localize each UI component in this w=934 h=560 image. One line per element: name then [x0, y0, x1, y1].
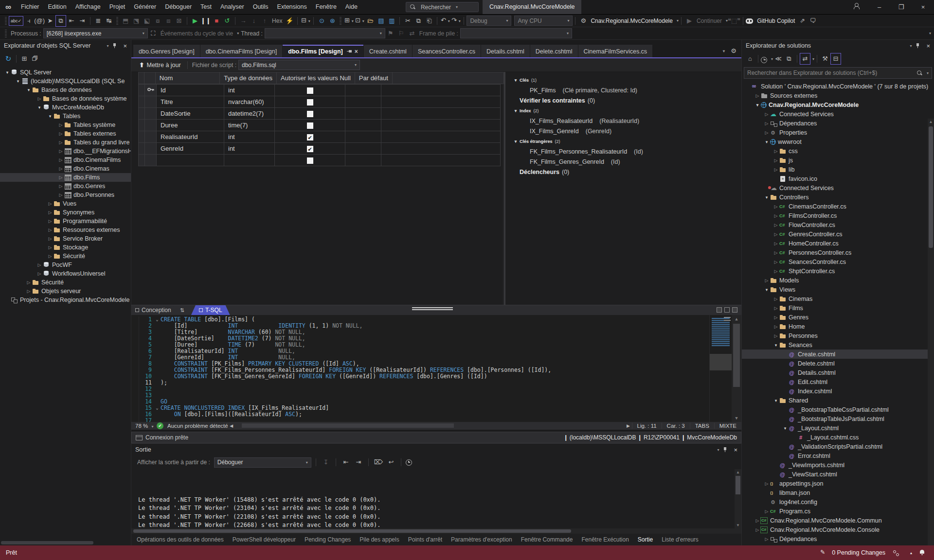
- expander-icon[interactable]: [772, 333, 779, 338]
- stop-button[interactable]: ■: [211, 16, 222, 26]
- expander-icon[interactable]: [772, 223, 779, 228]
- thread-select[interactable]: ▾: [265, 28, 385, 38]
- pin-icon[interactable]: [916, 43, 920, 49]
- user-name[interactable]: R12\ZP00041: [644, 434, 680, 441]
- keys-panel-row[interactable]: IX_Films_GenreId (GenreId): [512, 126, 741, 136]
- tree-item[interactable]: lib: [742, 165, 934, 174]
- tree-item[interactable]: SeancesController.cs: [742, 257, 934, 266]
- default-value-cell[interactable]: [345, 120, 381, 131]
- next-bookmark-button[interactable]: ⬕: [142, 16, 152, 26]
- sync-with-active-document-icon[interactable]: ⇄: [800, 53, 810, 65]
- intellitrace-forward-button[interactable]: ⊛: [327, 16, 338, 26]
- indent-button[interactable]: ⇥: [77, 16, 88, 26]
- allow-null-checkbox[interactable]: [307, 158, 313, 164]
- column-name-cell[interactable]: Titre: [157, 96, 224, 108]
- tree-item[interactable]: libman.json: [742, 488, 934, 497]
- tree-item[interactable]: _Layout.cshtml.css: [742, 433, 934, 442]
- tree-item[interactable]: SQL Server: [0, 68, 131, 77]
- clear-all-icon[interactable]: ⌦: [373, 457, 384, 468]
- editor-tab[interactable]: Delete.cshtml: [530, 45, 578, 57]
- tab-options-icon[interactable]: ⚙: [731, 48, 736, 54]
- copy-icon[interactable]: ⧉: [413, 16, 424, 26]
- bookmark-folder-button[interactable]: ⧇: [152, 16, 163, 26]
- tsql-code-editor[interactable]: 1 ⌄ CREATE TABLE [dbo].[Films] ( 2 [Id] …: [131, 315, 741, 422]
- panel-tab[interactable]: Pile des appels: [355, 534, 403, 545]
- stack-frame-select[interactable]: ▾: [460, 28, 572, 38]
- default-value-cell[interactable]: [345, 143, 381, 155]
- default-value-cell[interactable]: [345, 131, 381, 143]
- tree-item[interactable]: _BootstrapTableCssPartial.cshtml: [742, 405, 934, 414]
- zoom-select[interactable]: 78 % ▾: [131, 423, 157, 429]
- expander-icon[interactable]: [763, 121, 770, 126]
- tree-item[interactable]: Synonymes: [0, 208, 131, 217]
- tree-item[interactable]: Cnav.Regional.MvcCoreModele: [742, 100, 934, 109]
- expander-icon[interactable]: [763, 481, 770, 486]
- expander-icon[interactable]: [772, 260, 779, 264]
- expander-icon[interactable]: [772, 232, 779, 237]
- tree-item[interactable]: Cinemas: [742, 294, 934, 303]
- tree-item[interactable]: Personnes: [742, 331, 934, 340]
- tree-item[interactable]: _ValidationScriptsPartial.cshtml: [742, 442, 934, 451]
- tree-item[interactable]: dbo.Personnes: [0, 191, 131, 199]
- prev-bookmark-button[interactable]: ⬔: [131, 16, 142, 26]
- bookmark-folder-next-button[interactable]: ⧈: [163, 16, 174, 26]
- code-horizontal-scrollbar[interactable]: [237, 422, 623, 430]
- menu-item[interactable]: Affichage: [71, 0, 105, 14]
- close-icon[interactable]: ×: [926, 42, 930, 50]
- expander-icon[interactable]: [36, 96, 43, 101]
- expander-icon[interactable]: [763, 112, 770, 117]
- tree-item[interactable]: Edit.cshtml: [742, 377, 934, 386]
- flame-button[interactable]: ⚡: [284, 16, 295, 26]
- solution-config-select[interactable]: Debug▾: [467, 16, 511, 26]
- toolbar-grip[interactable]: [5, 17, 7, 25]
- expander-icon[interactable]: [772, 343, 779, 348]
- expander-icon[interactable]: [772, 297, 779, 301]
- restore-button[interactable]: ❐: [890, 0, 912, 14]
- add-item-button[interactable]: ⊡▾: [354, 15, 365, 27]
- hex-toggle[interactable]: Hex: [272, 18, 282, 24]
- update-button[interactable]: ⬆ Mettre à jour: [135, 59, 185, 71]
- expander-icon[interactable]: [512, 78, 520, 83]
- col-header-name[interactable]: Nom: [155, 72, 219, 84]
- default-value-cell[interactable]: [345, 108, 381, 120]
- outdent-button[interactable]: ⇤: [66, 16, 77, 26]
- design-pane-tab[interactable]: Conception: [131, 305, 177, 315]
- tree-item[interactable]: Tables: [0, 112, 131, 121]
- new-query-icon[interactable]: 🗇: [30, 53, 40, 64]
- minimap[interactable]: [709, 315, 732, 422]
- tree-item[interactable]: Home: [742, 322, 934, 331]
- tree-item[interactable]: FilmsController.cs: [742, 211, 934, 220]
- expander-icon[interactable]: [754, 527, 761, 532]
- breakpoint-gutter[interactable]: [131, 316, 139, 422]
- toolbar-overflow-icon[interactable]: ▾: [929, 31, 931, 35]
- expander-icon[interactable]: [512, 108, 520, 113]
- solution-search-box[interactable]: Rechercher dans Explorateur de solutions…: [744, 67, 932, 79]
- save-button[interactable]: ▤: [376, 16, 386, 26]
- panel-tab[interactable]: Paramètres d'exception: [447, 534, 517, 545]
- switch-views-icon[interactable]: ⌂: [745, 53, 755, 64]
- column-row[interactable]: Duree time(7): [139, 120, 501, 131]
- menu-item[interactable]: Déboguer: [161, 0, 196, 14]
- sync-selection-icon[interactable]: ⧉: [784, 53, 794, 64]
- scroll-up-icon[interactable]: ▲: [928, 119, 934, 125]
- tree-item[interactable]: Tables système: [0, 121, 131, 129]
- expander-icon[interactable]: [36, 271, 43, 276]
- keys-panel-row[interactable]: Clés (1): [512, 75, 519, 85]
- tree-item[interactable]: appsettings.json: [742, 479, 934, 488]
- expander-icon[interactable]: [512, 139, 520, 144]
- tree-item[interactable]: Dépendances: [742, 119, 934, 128]
- window-position-icon[interactable]: ▾: [107, 44, 108, 48]
- expander-icon[interactable]: [36, 105, 43, 110]
- expander-icon[interactable]: [772, 149, 779, 154]
- keys-panel-row[interactable]: FK_Films_Personnes_RealisateurId (Id): [512, 146, 741, 157]
- attribute-button[interactable]: (@): [34, 16, 45, 26]
- lifecycle-events-button[interactable]: Événements du cycle de vie: [161, 30, 233, 37]
- expander-icon[interactable]: [772, 241, 779, 246]
- expander-icon[interactable]: [57, 122, 64, 127]
- preview-selected-icon[interactable]: ⊟: [830, 53, 841, 65]
- expander-icon[interactable]: [47, 236, 54, 241]
- tree-item[interactable]: Models: [742, 276, 934, 285]
- tree-item[interactable]: WorkflowsUniversel: [0, 269, 131, 278]
- code-line[interactable]: 17: [139, 418, 741, 422]
- tree-item[interactable]: css: [742, 146, 934, 156]
